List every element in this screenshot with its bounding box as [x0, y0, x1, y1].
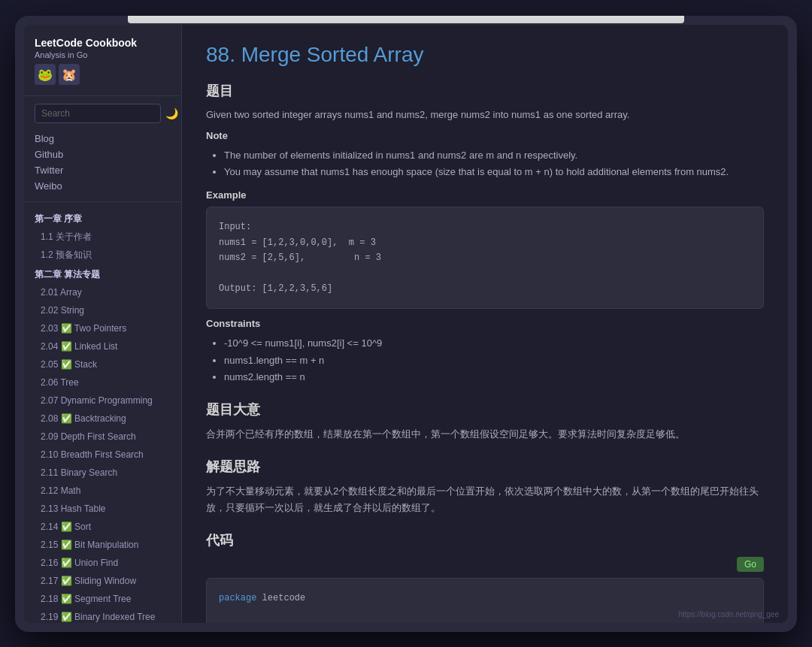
- nav-links: Blog Github Twitter Weibo: [24, 131, 181, 202]
- logo-icons: 🐸 🐹: [35, 64, 171, 85]
- constraint-2: nums1.length == m + n: [224, 352, 764, 369]
- ti-mu-description: Given two sorted integer arrays nums1 an…: [206, 107, 764, 123]
- sidebar-item-bfs[interactable]: 2.10 Breadth First Search: [24, 446, 181, 464]
- code-heading: 代码: [206, 531, 764, 549]
- sidebar-item-math[interactable]: 2.12 Math: [24, 482, 181, 500]
- search-icons: 🌙 GO: [165, 107, 182, 119]
- code-keyword-package: package: [219, 593, 256, 603]
- search-box: 🌙 GO: [35, 104, 171, 123]
- device-frame: LeetCode Cookbook Analysis in Go 🐸 🐹 🌙 G…: [15, 16, 797, 632]
- ti-mu-dayi-heading: 题目大意: [206, 401, 764, 419]
- example-code-text: Input: nums1 = [1,2,3,0,0,0], m = 3 nums…: [219, 222, 381, 294]
- sidebar-item-tree[interactable]: 2.06 Tree: [24, 373, 181, 392]
- sidebar-item-dfs[interactable]: 2.09 Depth First Search: [24, 428, 181, 446]
- search-input[interactable]: [35, 104, 161, 123]
- note-bullet-2: You may assume that nums1 has enough spa…: [224, 164, 764, 180]
- sidebar-item-prereq[interactable]: 1.2 预备知识: [24, 246, 181, 264]
- example-label: Example: [206, 189, 764, 201]
- sidebar-item-sort[interactable]: 2.14 ✅ Sort: [24, 518, 181, 536]
- sidebar-item-about[interactable]: 1.1 关于作者: [24, 228, 181, 246]
- ti-mu-heading: 题目: [206, 82, 764, 100]
- note-label: Note: [206, 130, 764, 141]
- watermark: https://blog.csdn.net/qing_gee: [679, 610, 779, 618]
- sidebar-item-two-pointers[interactable]: 2.03 ✅ Two Pointers: [24, 319, 181, 337]
- pencil: [128, 16, 684, 23]
- chapter-2: 第二章 算法专题 2.01 Array 2.02 String 2.03 ✅ T…: [24, 264, 181, 622]
- constraints-label: Constraints: [206, 318, 764, 329]
- jie-ti-heading: 解题思路: [206, 458, 764, 476]
- go-icon: 🐹: [59, 64, 80, 85]
- nav-blog[interactable]: Blog: [35, 131, 171, 147]
- page-title: 88. Merge Sorted Array: [206, 43, 764, 67]
- jie-ti-text: 为了不大量移动元素，就要从2个数组长度之和的最后一个位置开始，依次选取两个数组中…: [206, 483, 764, 516]
- sidebar-item-binary-search[interactable]: 2.11 Binary Search: [24, 464, 181, 482]
- sidebar-item-string[interactable]: 2.02 String: [24, 301, 181, 319]
- logo-section: LeetCode Cookbook Analysis in Go 🐸 🐹: [24, 37, 181, 97]
- logo-title: LeetCode Cookbook: [35, 37, 171, 50]
- moon-icon: 🌙: [165, 107, 178, 119]
- sidebar-item-union-find[interactable]: 2.16 ✅ Union Find: [24, 554, 181, 572]
- go-button[interactable]: Go: [737, 557, 764, 572]
- constraint-1: -10^9 <= nums1[i], nums2[i] <= 10^9: [224, 335, 764, 352]
- constraints-bullets: -10^9 <= nums1[i], nums2[i] <= 10^9 nums…: [206, 335, 764, 385]
- screen: LeetCode Cookbook Analysis in Go 🐸 🐹 🌙 G…: [24, 25, 788, 623]
- note-bullet-1: The number of elements initialized in nu…: [224, 147, 764, 164]
- sidebar-item-dp[interactable]: 2.07 Dynamic Programming: [24, 392, 181, 410]
- sidebar: LeetCode Cookbook Analysis in Go 🐸 🐹 🌙 G…: [24, 25, 182, 623]
- chapter-1-header: 第一章 序章: [24, 208, 181, 228]
- sidebar-item-bit-manipulation[interactable]: 2.15 ✅ Bit Manipulation: [24, 536, 181, 554]
- sidebar-item-sliding-window[interactable]: 2.17 ✅ Sliding Window: [24, 572, 181, 590]
- sidebar-item-stack[interactable]: 2.05 ✅ Stack: [24, 355, 181, 373]
- chapter-2-header: 第二章 算法专题: [24, 264, 181, 283]
- nav-github[interactable]: Github: [35, 147, 171, 162]
- sidebar-item-linked-list[interactable]: 2.04 ✅ Linked List: [24, 337, 181, 355]
- sidebar-item-segment-tree[interactable]: 2.18 ✅ Segment Tree: [24, 590, 181, 608]
- logo-subtitle: Analysis in Go: [35, 50, 171, 59]
- gopher-icon: 🐸: [35, 64, 56, 85]
- note-bullets: The number of elements initialized in nu…: [206, 147, 764, 180]
- sidebar-item-hash-table[interactable]: 2.13 Hash Table: [24, 500, 181, 518]
- main-content: 88. Merge Sorted Array 题目 Given two sort…: [182, 25, 788, 623]
- sidebar-item-backtracking[interactable]: 2.08 ✅ Backtracking: [24, 410, 181, 428]
- nav-twitter[interactable]: Twitter: [35, 162, 171, 178]
- sidebar-item-array[interactable]: 2.01 Array: [24, 283, 181, 301]
- ti-mu-dayi-text: 合并两个已经有序的数组，结果放在第一个数组中，第一个数组假设空间足够大。要求算法…: [206, 426, 764, 443]
- chapter-1: 第一章 序章 1.1 关于作者 1.2 预备知识: [24, 208, 181, 264]
- example-code-block: Input: nums1 = [1,2,3,0,0,0], m = 3 nums…: [206, 207, 764, 309]
- nav-weibo[interactable]: Weibo: [35, 178, 171, 194]
- sidebar-item-binary-indexed-tree[interactable]: 2.19 ✅ Binary Indexed Tree: [24, 608, 181, 622]
- constraint-3: nums2.length == n: [224, 369, 764, 385]
- code-section-header: Go: [206, 557, 764, 572]
